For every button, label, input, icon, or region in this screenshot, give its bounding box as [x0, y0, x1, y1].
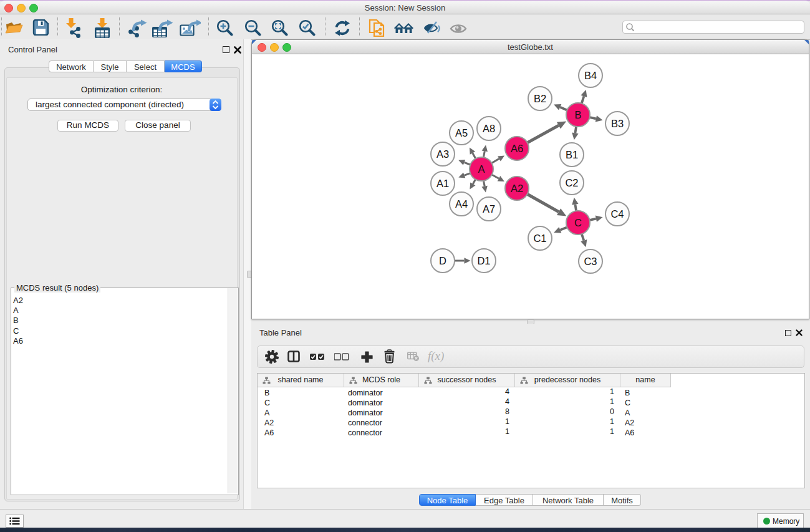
svg-text:B1: B1	[566, 149, 578, 160]
svg-text:A2: A2	[511, 183, 523, 194]
svg-text:C4: C4	[610, 208, 624, 220]
svg-text:C: C	[574, 217, 582, 228]
svg-text:A1: A1	[436, 178, 449, 189]
svg-text:B3: B3	[611, 118, 624, 129]
svg-text:B: B	[574, 109, 581, 120]
svg-text:A7: A7	[483, 203, 495, 215]
svg-text:D: D	[439, 255, 446, 266]
svg-text:C2: C2	[565, 177, 578, 188]
svg-text:B4: B4	[584, 70, 597, 81]
svg-text:B2: B2	[534, 93, 546, 104]
svg-text:C3: C3	[584, 256, 597, 267]
svg-text:D1: D1	[477, 255, 490, 266]
svg-text:A6: A6	[511, 143, 523, 154]
svg-text:A4: A4	[455, 198, 468, 210]
svg-text:A5: A5	[455, 127, 468, 138]
svg-text:C1: C1	[533, 233, 546, 244]
svg-text:A: A	[478, 163, 485, 175]
svg-text:A8: A8	[483, 123, 495, 134]
svg-text:A3: A3	[436, 148, 449, 160]
